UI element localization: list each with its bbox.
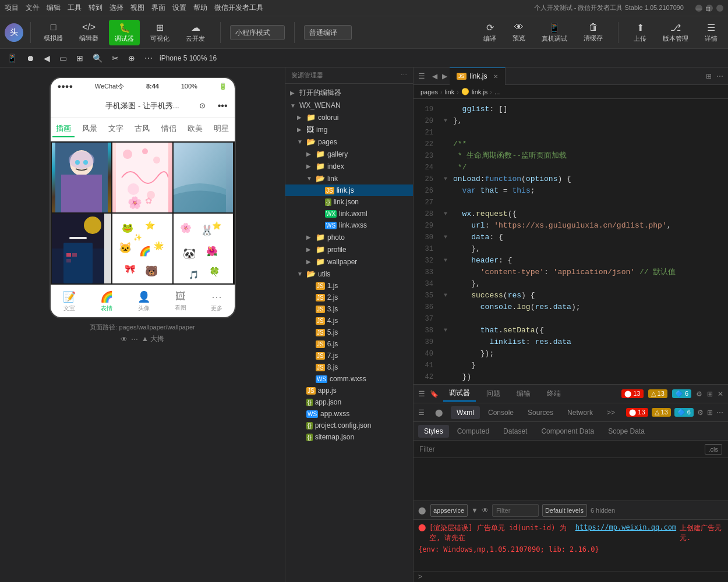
maximize-button[interactable]: □	[706, 5, 713, 12]
nav-gallery[interactable]: 🖼 看图	[175, 290, 186, 312]
subtab-menu[interactable]: ☰	[418, 409, 425, 417]
tree-5js[interactable]: JS 5.js	[285, 327, 413, 338]
subtab-icon[interactable]: ⬤	[429, 406, 448, 419]
subtab-split-icon[interactable]: ⊞	[707, 409, 713, 417]
nav-emoji[interactable]: 🌈 表情	[100, 290, 113, 313]
sub-toolbar-icon1[interactable]: 📱	[5, 52, 19, 64]
grid-item-4[interactable]	[52, 214, 112, 283]
tree-app-wxss[interactable]: WS app.wxss	[285, 408, 413, 420]
resource-manager-more[interactable]: ⋯	[401, 72, 407, 79]
phone-title-record[interactable]: ⊙	[199, 101, 206, 110]
style-tab-computed[interactable]: Computed	[451, 425, 495, 438]
details-btn[interactable]: ☰ 详情	[699, 20, 723, 45]
devtools-close-icon[interactable]: ✕	[718, 390, 723, 398]
split-editor-icon[interactable]: ⊞	[706, 72, 712, 80]
close-button[interactable]	[716, 5, 723, 12]
tree-wallpaper[interactable]: ▶ 📁 wallpaper	[285, 255, 413, 268]
subtab-console[interactable]: Console	[482, 406, 520, 419]
tree-app-js[interactable]: JS app.js	[285, 385, 413, 396]
phone-tab-scenery[interactable]: 风景	[79, 121, 101, 137]
compile-select-wrapper[interactable]: 普通编译	[304, 25, 352, 40]
levels-select[interactable]: Default levels	[542, 504, 587, 517]
devtools-menu-icon[interactable]: ☰	[418, 389, 425, 398]
subtab-more[interactable]: >>	[601, 406, 621, 419]
service-dropdown-icon[interactable]: ▼	[471, 506, 478, 514]
tab-close-icon[interactable]: ✕	[493, 73, 498, 80]
style-tab-dataset[interactable]: Dataset	[497, 425, 533, 438]
tree-pages[interactable]: ▼ 📂 pages	[285, 136, 413, 148]
visual-btn[interactable]: ⊞ 可视化	[144, 20, 175, 45]
mode-select[interactable]: 小程序模式 普通编译	[230, 25, 285, 40]
style-tab-component[interactable]: Component Data	[535, 425, 600, 438]
menu-item-wechat[interactable]: 微信开发者工具	[214, 3, 263, 13]
console-filter-input[interactable]	[492, 504, 539, 517]
phone-tab-western[interactable]: 欧美	[184, 121, 206, 137]
devtools-tab-debugger[interactable]: 调试器	[443, 386, 476, 402]
tree-link-wxml[interactable]: WX link.wxml	[285, 208, 413, 219]
menu-item-settings[interactable]: 设置	[172, 3, 186, 13]
nav-avatar[interactable]: 👤 头像	[137, 290, 150, 313]
devtools-split-icon[interactable]: ⊞	[707, 390, 713, 398]
devtools-settings-icon[interactable]: ⚙	[696, 390, 702, 398]
phone-tab-illustration[interactable]: 插画	[52, 121, 75, 137]
phone-tab-couple[interactable]: 情侣	[158, 121, 180, 137]
compile-select[interactable]: 普通编译	[304, 25, 352, 40]
code-area[interactable]: 19 20 21 22 23 24 25 26 27 28 29 30 31 3…	[414, 99, 728, 384]
wx-wenan-section[interactable]: ▼ WX_WENAN	[285, 100, 413, 111]
tree-colorui[interactable]: ▶ 📁 colorui	[285, 111, 413, 123]
tree-project-config[interactable]: {} project.config.json	[285, 420, 413, 431]
sub-toolbar-icon6[interactable]: 🔍	[90, 52, 105, 64]
version-btn[interactable]: ⎇ 版本管理	[657, 20, 694, 45]
tree-2js[interactable]: JS 2.js	[285, 292, 413, 303]
avatar[interactable]: 头	[5, 23, 23, 42]
sub-toolbar-icon5[interactable]: ⊞	[74, 52, 86, 64]
devtools-tab-terminal[interactable]: 终端	[541, 386, 567, 401]
sidebar-toggle[interactable]: ☰	[414, 72, 430, 80]
sub-toolbar-icon4[interactable]: ▭	[57, 52, 69, 64]
tree-profile[interactable]: ▶ 📁 profile	[285, 243, 413, 255]
subtab-close-icon[interactable]: ⋯	[716, 409, 723, 417]
phone-tab-text[interactable]: 文字	[105, 121, 127, 137]
tree-comm-wxss[interactable]: WS comm.wxss	[285, 373, 413, 385]
sub-toolbar-icon9[interactable]: ⋯	[142, 52, 155, 64]
service-select[interactable]: appservice	[430, 504, 468, 517]
tree-utils[interactable]: ▼ 📂 utils	[285, 268, 413, 280]
eye-icon2[interactable]: 👁	[121, 335, 128, 343]
phone-title-more[interactable]: •••	[218, 101, 228, 111]
tree-link[interactable]: ▼ 📂 link	[285, 172, 413, 184]
big-thumb[interactable]: ▲ 大拇	[142, 334, 164, 344]
menu-item-select[interactable]: 选择	[109, 3, 123, 13]
menu-item-goto[interactable]: 转到	[89, 3, 103, 13]
error-link[interactable]: https://mp.weixin.qq.com	[575, 523, 676, 543]
menu-item-file[interactable]: 文件	[26, 3, 40, 13]
tree-3js[interactable]: JS 3.js	[285, 303, 413, 315]
tree-link-wxss[interactable]: WS link.wxss	[285, 219, 413, 231]
tree-link-js[interactable]: JS link.js	[285, 184, 413, 196]
preview-btn[interactable]: 👁 预览	[507, 20, 531, 45]
sub-toolbar-icon8[interactable]: ⊕	[126, 52, 137, 64]
tree-8js[interactable]: JS 8.js	[285, 361, 413, 373]
style-tab-styles[interactable]: Styles	[418, 425, 449, 438]
grid-item-5[interactable]: 🐸 ⭐ 🐱 🌈 🌟 🎀 🐻 ✨	[112, 214, 172, 283]
tree-gallery[interactable]: ▶ 📁 gallery	[285, 148, 413, 160]
forward-btn[interactable]: ▶	[440, 72, 450, 80]
tree-link-json[interactable]: {} link.json	[285, 196, 413, 208]
console-eye-icon[interactable]: 👁	[482, 506, 489, 514]
menu-item-help[interactable]: 帮助	[193, 3, 207, 13]
grid-item-1[interactable]	[52, 143, 112, 212]
tree-app-json[interactable]: {} app.json	[285, 396, 413, 408]
console-input[interactable]	[425, 573, 723, 581]
grid-item-3[interactable]	[174, 143, 234, 212]
subtab-wxml[interactable]: Wxml	[451, 406, 480, 419]
tree-index[interactable]: ▶ 📁 index	[285, 160, 413, 172]
devtools-tab-output[interactable]: 编输	[511, 386, 536, 401]
real-debug-btn[interactable]: 📱 真机调试	[536, 20, 573, 45]
tree-7js[interactable]: JS 7.js	[285, 350, 413, 361]
more-icon2[interactable]: ⋯	[131, 335, 138, 343]
cls-button[interactable]: .cls	[705, 444, 723, 455]
nav-wenku[interactable]: 📝 文宝	[63, 290, 76, 313]
minimize-button[interactable]: —	[695, 5, 702, 12]
menu-item-edit[interactable]: 编辑	[47, 3, 61, 13]
compile-btn[interactable]: ⟳ 编译	[478, 20, 502, 45]
subtab-settings-icon[interactable]: ⚙	[697, 409, 704, 417]
